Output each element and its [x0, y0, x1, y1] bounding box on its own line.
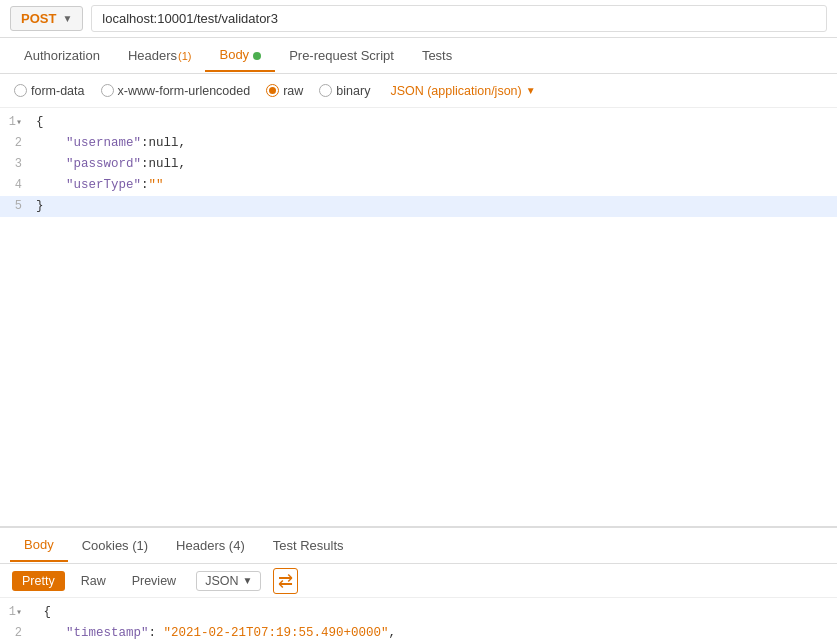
response-tab-body[interactable]: Body [10, 529, 68, 562]
response-line-2: 2 "timestamp": "2021-02-21T07:19:55.490+… [0, 623, 837, 641]
method-label: POST [21, 11, 56, 26]
url-input[interactable] [91, 5, 827, 32]
wrap-button[interactable]: ⇄ [273, 568, 298, 594]
body-type-label: form-data [31, 84, 85, 98]
line-number: 2 [0, 133, 32, 154]
response-tab-cookies--1-[interactable]: Cookies (1) [68, 530, 162, 561]
response-body-area: 1▾ {2 "timestamp": "2021-02-21T07:19:55.… [0, 598, 837, 641]
request-line-4: 4 "userType":"" [0, 175, 837, 196]
radio-icon [319, 84, 332, 97]
format-btn-pretty[interactable]: Pretty [12, 571, 65, 591]
line-number: 1▾ [0, 112, 32, 133]
request-tab-pre-request-script[interactable]: Pre-request Script [275, 40, 408, 71]
body-type-row: form-datax-www-form-urlencodedrawbinaryJ… [0, 74, 837, 108]
resp-format-label: JSON [205, 574, 238, 588]
upper-section: 1▾{2 "username":null,3 "password":null,4… [0, 108, 837, 528]
request-tab-headers[interactable]: Headers(1) [114, 40, 206, 71]
request-tab-authorization[interactable]: Authorization [10, 40, 114, 71]
response-tab-headers--4-[interactable]: Headers (4) [162, 530, 259, 561]
body-type-raw[interactable]: raw [266, 84, 303, 98]
line-content: "timestamp": "2021-02-21T07:19:55.490+00… [32, 623, 837, 641]
body-type-label: binary [336, 84, 370, 98]
request-line-3: 3 "password":null, [0, 154, 837, 175]
format-btn-preview[interactable]: Preview [122, 571, 186, 591]
request-tab-tests[interactable]: Tests [408, 40, 466, 71]
request-tab-body[interactable]: Body [205, 39, 275, 72]
line-number: 2 [0, 623, 32, 641]
json-format-label: JSON (application/json) [390, 84, 521, 98]
expand-icon[interactable]: ▾ [16, 607, 22, 618]
body-type-label: raw [283, 84, 303, 98]
line-number: 3 [0, 154, 32, 175]
response-line-1: 1▾ { [0, 602, 837, 623]
line-content: "userType":"" [32, 175, 837, 195]
request-line-5: 5} [0, 196, 837, 217]
body-type-x-www-form-urlencoded[interactable]: x-www-form-urlencoded [101, 84, 251, 98]
body-type-label: x-www-form-urlencoded [118, 84, 251, 98]
lower-section: BodyCookies (1)Headers (4)Test Results P… [0, 528, 837, 641]
method-chevron-icon: ▼ [62, 13, 72, 24]
radio-icon [14, 84, 27, 97]
request-line-2: 2 "username":null, [0, 133, 837, 154]
radio-icon [101, 84, 114, 97]
json-format-dropdown[interactable]: JSON (application/json)▼ [390, 84, 535, 98]
line-content: "username":null, [32, 133, 837, 153]
format-btn-raw[interactable]: Raw [71, 571, 116, 591]
response-tab-row: BodyCookies (1)Headers (4)Test Results [0, 528, 837, 564]
line-number: 4 [0, 175, 32, 196]
request-body-editor[interactable]: 1▾{2 "username":null,3 "password":null,4… [0, 108, 837, 526]
wrap-icon: ⇄ [278, 570, 293, 592]
top-bar: POST ▼ [0, 0, 837, 38]
body-type-form-data[interactable]: form-data [14, 84, 85, 98]
request-line-1: 1▾{ [0, 112, 837, 133]
request-tab-row: AuthorizationHeaders(1)BodyPre-request S… [0, 38, 837, 74]
line-content: { [32, 602, 837, 622]
format-row: PrettyRawPreviewJSON▼⇄ [0, 564, 837, 598]
expand-icon[interactable]: ▾ [16, 117, 22, 128]
response-tab-test-results[interactable]: Test Results [259, 530, 358, 561]
line-number: 1▾ [0, 602, 32, 623]
method-dropdown[interactable]: POST ▼ [10, 6, 83, 31]
line-content: "password":null, [32, 154, 837, 174]
dropdown-chevron-icon: ▼ [242, 575, 252, 586]
line-number: 5 [0, 196, 32, 217]
chevron-down-icon: ▼ [526, 85, 536, 96]
resp-format-dropdown[interactable]: JSON▼ [196, 571, 261, 591]
line-content: } [32, 196, 837, 216]
radio-icon [266, 84, 279, 97]
body-type-binary[interactable]: binary [319, 84, 370, 98]
line-content: { [32, 112, 837, 132]
